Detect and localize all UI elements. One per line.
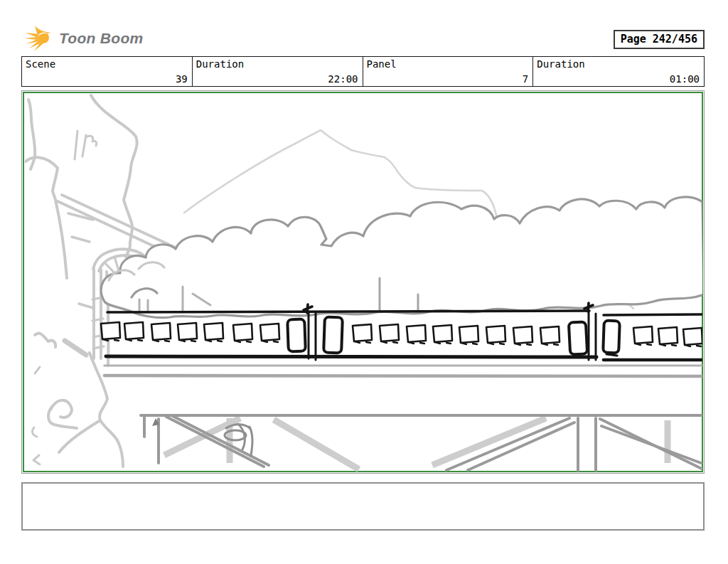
train-sketch — [101, 303, 702, 360]
train-windows-car3 — [633, 326, 702, 346]
train-floor-line — [106, 356, 596, 357]
toonboom-starburst-icon — [24, 25, 54, 52]
panel-duration-label: Duration — [537, 58, 584, 70]
scene-cell: Scene 39 — [22, 57, 193, 86]
toonboom-logo: Toon Boom — [24, 25, 144, 52]
train-roof-line — [107, 311, 589, 312]
panel-value: 7 — [523, 73, 528, 85]
caption-box — [21, 482, 705, 531]
train-roof-line-2 — [604, 314, 702, 315]
storyboard-panel — [21, 90, 705, 474]
page-number-badge: Page 242/456 — [614, 30, 705, 49]
panel-duration-cell: Duration 01:00 — [533, 57, 704, 86]
train-windows-car1 — [101, 322, 279, 342]
brand-name: Toon Boom — [59, 30, 144, 47]
bridge-truss-sketch — [141, 415, 702, 472]
train-windows-car2 — [353, 324, 560, 345]
scene-duration-cell: Duration 22:00 — [193, 57, 363, 86]
bridge-deck-lines — [105, 366, 702, 376]
panel-duration-value: 01:00 — [670, 73, 700, 85]
panel-label: Panel — [367, 58, 397, 70]
scene-value: 39 — [176, 73, 188, 85]
clouds-sketch — [101, 197, 702, 317]
panel-info-table: Scene 39 Duration 22:00 Panel 7 Duration… — [21, 56, 705, 87]
scene-duration-label: Duration — [196, 58, 244, 70]
panel-cell: Panel 7 — [363, 57, 534, 86]
storyboard-page: Toon Boom Page 242/456 Scene 39 Duration… — [0, 0, 728, 564]
train-doors — [287, 317, 620, 356]
storyboard-drawing — [25, 94, 702, 472]
scene-duration-value: 22:00 — [328, 73, 358, 85]
scene-label: Scene — [26, 58, 55, 70]
